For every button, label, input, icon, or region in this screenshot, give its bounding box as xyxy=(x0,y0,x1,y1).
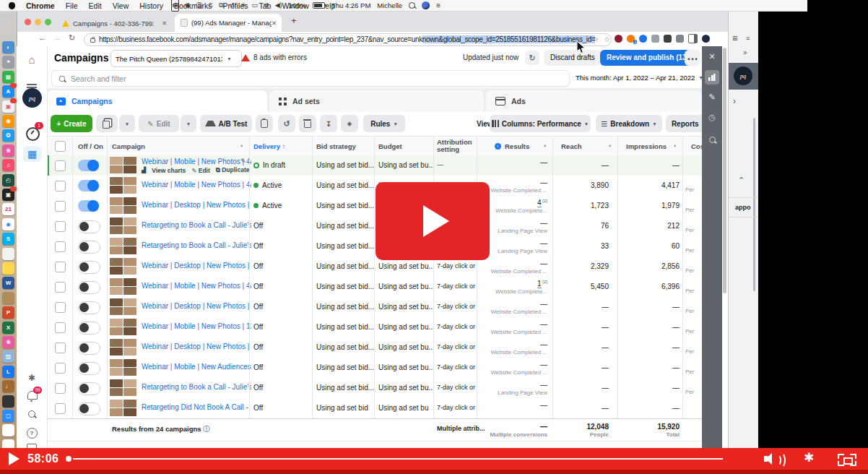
results-info-icon[interactable]: i xyxy=(495,143,501,150)
col-impressions[interactable]: Impressions xyxy=(626,142,667,150)
campaign-name-link[interactable]: Retargeting to Book a Call - Julie's W..… xyxy=(142,221,251,229)
padlock-icon[interactable] xyxy=(90,38,95,43)
apple-menu-icon[interactable] xyxy=(9,2,15,9)
campaign-name-link[interactable]: Webinar | Mobile | New Photos | 12/9... xyxy=(142,322,251,330)
new-tab-button[interactable]: + xyxy=(291,15,297,26)
clipboard-button[interactable] xyxy=(256,115,273,132)
spotlight-icon[interactable] xyxy=(409,2,415,9)
grammarly-icon[interactable]: Bl xyxy=(171,0,179,12)
video-play-overlay[interactable] xyxy=(376,182,490,260)
row-checkbox[interactable] xyxy=(55,383,66,394)
ext-puzzle[interactable] xyxy=(676,35,684,43)
player-play-button[interactable] xyxy=(9,452,19,465)
search-rail-icon[interactable] xyxy=(702,133,722,146)
discard-drafts-button[interactable]: Discard drafts xyxy=(544,50,602,66)
campaign-name-link[interactable]: Retargeting to Book a Call - Julie's W..… xyxy=(142,241,251,249)
create-button[interactable]: + Create xyxy=(51,115,92,132)
tab-campaigns[interactable]: Campaigns xyxy=(47,90,267,112)
menu-hamburger-icon[interactable] xyxy=(17,75,47,88)
row-action-duplicate[interactable]: ⧉ Duplicate xyxy=(216,166,250,174)
menu-user[interactable]: Michelle xyxy=(377,1,402,9)
powerpoint-dock-icon[interactable]: P xyxy=(2,306,14,319)
bookmark-star-icon[interactable]: ☆ xyxy=(604,35,610,43)
player-settings-icon[interactable]: ✱ xyxy=(804,450,814,465)
campaign-toggle[interactable] xyxy=(78,322,100,335)
live-app-dock-icon[interactable]: L xyxy=(2,366,14,378)
timemachine-icon[interactable]: ↺ xyxy=(230,0,235,11)
campaign-toggle[interactable] xyxy=(78,342,100,355)
volume-button[interactable] xyxy=(764,453,786,465)
safari-dock-icon[interactable]: ❂ xyxy=(2,129,14,142)
ext-orange-circle[interactable]: 1 xyxy=(627,35,635,43)
date-range-selector[interactable]: This month: Apr 1, 2022 – Apr 21, 2022▼ xyxy=(576,71,700,85)
campaign-name-link[interactable]: Retargeting Did Not Book A Call - 12/ xyxy=(142,403,251,411)
menu-item-file[interactable]: File xyxy=(66,1,78,10)
white-app-dock-icon[interactable] xyxy=(2,248,14,260)
chevron-up-icon[interactable]: ⌃ xyxy=(738,176,745,185)
launchpad-dock-icon[interactable]: ✦ xyxy=(2,56,14,68)
progress-scrubber[interactable] xyxy=(66,456,71,462)
campaign-toggle[interactable] xyxy=(78,281,100,294)
zoom-window-button[interactable] xyxy=(45,19,51,25)
browser-tab-campaigns[interactable]: Campaigns - 402-336-7991 - ✕ xyxy=(56,14,172,32)
volume-icon[interactable]: ◀) xyxy=(275,0,282,11)
delete-button[interactable] xyxy=(299,115,316,132)
duplicate-caret-button[interactable]: ▼ xyxy=(119,115,135,132)
edit-name-icon[interactable]: ✎ xyxy=(240,158,246,165)
camera-app-dock-icon[interactable]: ▣ xyxy=(2,189,14,201)
photo-thumbnail-dock-icon[interactable]: ▨ xyxy=(2,350,14,363)
campaign-toggle[interactable] xyxy=(78,402,100,415)
search-icon[interactable] xyxy=(17,408,47,421)
col-results[interactable]: Results xyxy=(505,142,529,150)
address-bar[interactable]: https://business.facebook.com/adsmanager… xyxy=(84,33,612,46)
tablet-app-dock-icon[interactable] xyxy=(2,395,14,408)
document-1-dock-icon[interactable] xyxy=(2,424,14,436)
col-attribution[interactable]: Attribution setting xyxy=(437,139,477,153)
col-bid-strategy[interactable]: Bid strategy xyxy=(316,142,356,150)
url-text[interactable]: https://business.facebook.com/adsmanager… xyxy=(99,35,595,43)
pages-icon[interactable]: ⧉ xyxy=(219,0,223,11)
view-charts-rail-button[interactable] xyxy=(705,70,719,85)
ext-gray-square[interactable] xyxy=(651,35,659,43)
close-window-button[interactable] xyxy=(25,19,31,25)
refresh-button[interactable]: ↻ xyxy=(525,51,539,65)
zoom-dock-icon[interactable]: ◻ xyxy=(2,410,14,422)
control-center-icon[interactable] xyxy=(422,1,430,9)
history-clock-icon[interactable]: ◷ xyxy=(702,113,722,122)
menu-item-view[interactable]: View xyxy=(113,1,129,10)
photos-app-dock-icon[interactable]: ▣ xyxy=(2,100,14,113)
background-scrollbar[interactable] xyxy=(753,118,755,291)
skype-dock-icon[interactable]: S xyxy=(2,233,14,245)
campaign-name-link[interactable]: Webinar | Mobile | New Audiences | 2... xyxy=(142,363,251,371)
chevrons-right-icon[interactable]: » xyxy=(743,48,747,56)
row-checkbox[interactable] xyxy=(55,262,66,272)
pinwheel-app-2-dock-icon[interactable]: ❀ xyxy=(2,336,14,348)
columns-button[interactable]: Columns: Performance▼ xyxy=(490,115,591,132)
search-filter-input[interactable]: Search and filter xyxy=(51,70,570,87)
reload-button[interactable]: ↻ xyxy=(69,33,75,43)
ext-red-circle[interactable] xyxy=(615,35,622,43)
page-scrollbar[interactable] xyxy=(723,48,726,293)
close-icon[interactable]: ✕ xyxy=(702,52,722,61)
folder-brown-dock-icon[interactable] xyxy=(2,292,14,304)
edit-rail-icon[interactable]: ✎ xyxy=(702,92,722,102)
row-checkbox[interactable] xyxy=(55,181,66,191)
background-window[interactable]: ⊞ ≡ » pq › ⌃ appo xyxy=(728,11,759,448)
calendar-dock-icon[interactable]: 21 xyxy=(2,203,14,215)
campaigns-grid-icon[interactable]: ▦ xyxy=(23,146,41,162)
sort-caret[interactable]: ▾ xyxy=(609,143,611,149)
guitar-app-dock-icon[interactable]: ♩ xyxy=(2,380,14,392)
campaign-name-link[interactable]: Webinar | Desktop | New Photos | 4/5... xyxy=(142,262,251,270)
progress-track[interactable] xyxy=(73,458,723,460)
campaign-name-link[interactable]: Webinar | Mobile | New Photos | 4/15... xyxy=(142,181,251,189)
close-tab-icon[interactable]: ✕ xyxy=(272,20,277,27)
green-grid-app-dock-icon[interactable]: ▦ xyxy=(2,71,14,83)
share-icon[interactable]: ↑ xyxy=(595,36,599,43)
firefox-dock-icon[interactable]: ◉ xyxy=(2,115,14,127)
tab-ad-sets[interactable]: Ad sets xyxy=(269,90,484,112)
row-checkbox[interactable] xyxy=(55,160,66,171)
campaign-toggle[interactable] xyxy=(78,301,100,314)
row-checkbox[interactable] xyxy=(55,342,66,353)
campaign-name-link[interactable]: Webinar | Desktop | New Photos | 12/... xyxy=(142,302,251,310)
fan-icon[interactable]: ✳ xyxy=(240,0,246,11)
